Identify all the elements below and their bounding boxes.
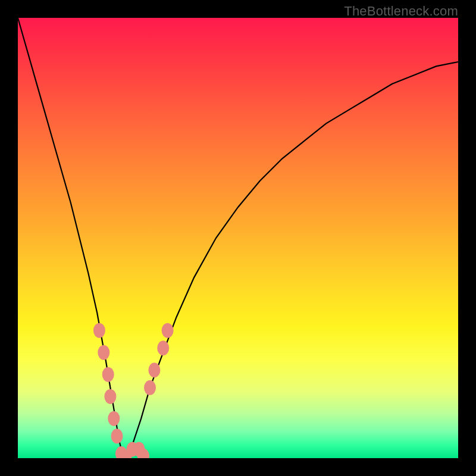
curve-svg [18, 18, 458, 458]
plot-area [18, 18, 458, 458]
chart-frame: TheBottleneck.com [0, 0, 476, 476]
marker-dot [98, 345, 109, 360]
marker-dot [111, 429, 123, 444]
marker-dot [108, 411, 120, 426]
marker-dot [157, 341, 169, 356]
marker-dot [104, 389, 116, 404]
marker-dot [162, 323, 174, 338]
marker-dot [93, 323, 105, 338]
marker-dot [148, 363, 160, 378]
marker-dot [102, 367, 114, 382]
marker-dot [144, 380, 156, 395]
bottleneck-curve [18, 18, 458, 458]
watermark-text: TheBottleneck.com [344, 4, 458, 19]
marker-group [93, 323, 174, 458]
